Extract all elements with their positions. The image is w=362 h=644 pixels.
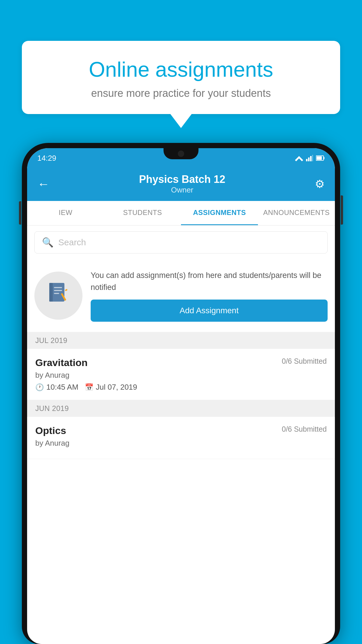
svg-rect-7	[317, 156, 322, 160]
app-header: ← Physics Batch 12 Owner ⚙	[27, 168, 335, 201]
clock-icon: 🕐	[35, 383, 44, 391]
svg-rect-1	[306, 159, 307, 161]
svg-rect-12	[54, 293, 59, 294]
notebook-icon	[47, 281, 70, 304]
svg-rect-9	[49, 283, 53, 302]
add-assignment-button[interactable]: Add Assignment	[91, 300, 328, 322]
assignment-time: 🕐 10:45 AM	[35, 383, 78, 392]
assignment-title-optics: Optics	[35, 425, 66, 436]
volume-button	[19, 201, 21, 225]
assignment-optics[interactable]: Optics 0/6 Submitted by Anurag	[27, 417, 335, 459]
tab-announcements[interactable]: ANNOUNCEMENTS	[258, 201, 335, 225]
tab-iew[interactable]: IEW	[27, 201, 104, 225]
phone-screen: 14:29 ←	[27, 148, 335, 644]
signal-icon	[306, 155, 313, 161]
tab-assignments[interactable]: ASSIGNMENTS	[181, 201, 258, 225]
svg-rect-14	[65, 289, 67, 291]
svg-rect-10	[54, 287, 62, 288]
bubble-card: Online assignments ensure more practice …	[22, 41, 340, 114]
assignment-submitted-optics: 0/6 Submitted	[282, 425, 327, 433]
promo-bubble: Online assignments ensure more practice …	[22, 41, 340, 114]
svg-rect-4	[312, 155, 313, 161]
bubble-title: Online assignments	[41, 57, 321, 82]
camera	[178, 150, 184, 157]
promo-icon-circle	[34, 272, 82, 320]
assignment-gravitation[interactable]: Gravitation 0/6 Submitted by Anurag 🕐 10…	[27, 349, 335, 400]
assignment-submitted: 0/6 Submitted	[282, 357, 327, 365]
assignment-by: by Anurag	[35, 371, 327, 380]
search-placeholder: Search	[58, 237, 86, 247]
wifi-icon	[295, 155, 303, 161]
header-subtitle: Owner	[139, 186, 225, 195]
svg-rect-6	[324, 157, 324, 159]
status-icons	[295, 155, 325, 161]
search-icon: 🔍	[42, 237, 54, 248]
svg-marker-0	[295, 156, 303, 161]
assignment-by-optics: by Anurag	[35, 439, 327, 448]
tabs-bar: IEW STUDENTS ASSIGNMENTS ANNOUNCEMENTS	[27, 201, 335, 225]
notch	[164, 148, 198, 159]
assignment-date: 📅 Jul 07, 2019	[85, 383, 137, 392]
month-divider-jul: JUL 2019	[27, 332, 335, 349]
assignment-title: Gravitation	[35, 357, 87, 368]
bubble-subtitle: ensure more practice for your students	[41, 87, 321, 99]
search-bar[interactable]: 🔍 Search	[34, 231, 328, 253]
promo-section: You can add assignment(s) from here and …	[27, 259, 335, 332]
promo-content: You can add assignment(s) from here and …	[91, 270, 328, 322]
date-value: Jul 07, 2019	[96, 383, 137, 392]
svg-rect-3	[310, 156, 312, 161]
month-divider-jun: JUN 2019	[27, 400, 335, 417]
svg-rect-2	[308, 158, 310, 161]
power-button	[341, 195, 343, 225]
battery-icon	[316, 155, 325, 161]
status-bar: 14:29	[27, 148, 335, 168]
assignment-top-optics: Optics 0/6 Submitted	[35, 425, 327, 436]
settings-icon[interactable]: ⚙	[315, 178, 325, 190]
phone-frame: 14:29 ←	[22, 143, 340, 644]
time-value: 10:45 AM	[46, 383, 78, 392]
promo-description: You can add assignment(s) from here and …	[91, 270, 328, 293]
back-button[interactable]: ←	[37, 177, 50, 191]
status-time: 14:29	[37, 154, 56, 163]
header-title: Physics Batch 12	[139, 173, 225, 186]
header-center: Physics Batch 12 Owner	[139, 173, 225, 195]
calendar-icon: 📅	[85, 383, 94, 391]
tab-students[interactable]: STUDENTS	[104, 201, 181, 225]
search-container: 🔍 Search	[27, 225, 335, 259]
svg-rect-11	[54, 290, 62, 291]
assignment-icon	[47, 281, 70, 310]
assignment-top: Gravitation 0/6 Submitted	[35, 357, 327, 368]
assignment-meta: 🕐 10:45 AM 📅 Jul 07, 2019	[35, 383, 327, 392]
